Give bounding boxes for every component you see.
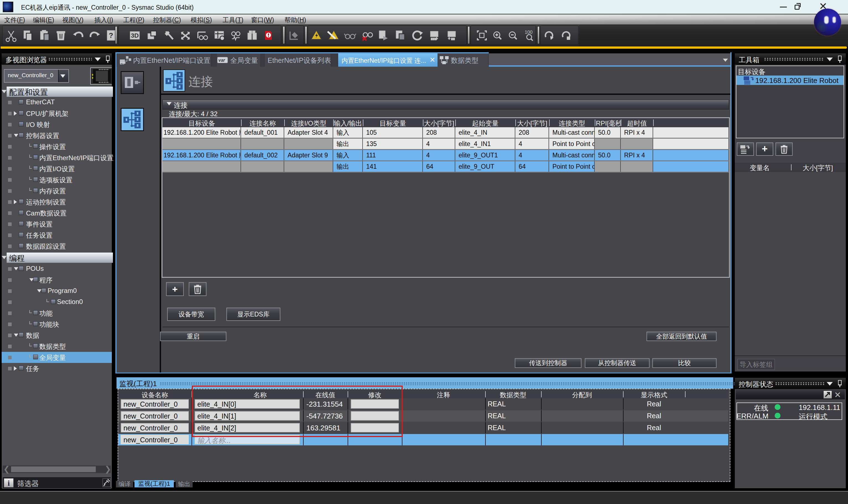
svg-text:100: 100 [525,30,532,35]
svg-text:var: var [218,58,225,62]
svg-text:3D: 3D [131,32,139,39]
svg-text:EIP: EIP [120,61,126,65]
